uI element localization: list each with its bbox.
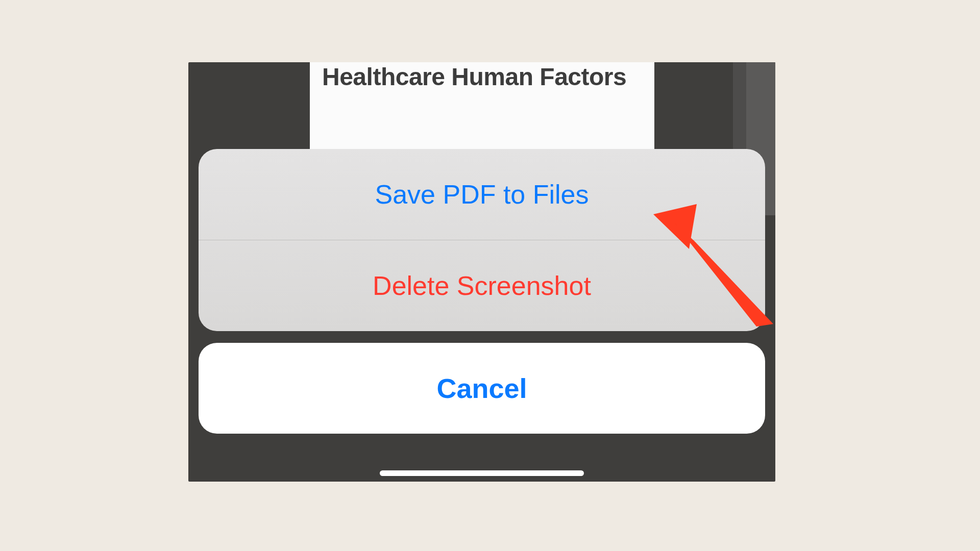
- phone-screen: Healthcare Human Factors Save PDF to Fil…: [188, 62, 775, 482]
- cancel-label: Cancel: [436, 372, 527, 404]
- stage: Healthcare Human Factors Save PDF to Fil…: [0, 0, 980, 551]
- home-indicator[interactable]: [380, 470, 584, 476]
- save-pdf-to-files-button[interactable]: Save PDF to Files: [199, 149, 765, 240]
- action-sheet-options: Save PDF to Files Delete Screenshot: [199, 149, 765, 331]
- cancel-button[interactable]: Cancel: [199, 343, 765, 434]
- action-sheet-cancel: Cancel: [199, 343, 765, 434]
- background-document-title: Healthcare Human Factors: [322, 64, 642, 90]
- delete-screenshot-button[interactable]: Delete Screenshot: [199, 240, 765, 331]
- action-option-label: Save PDF to Files: [375, 179, 589, 210]
- action-option-label: Delete Screenshot: [373, 270, 591, 301]
